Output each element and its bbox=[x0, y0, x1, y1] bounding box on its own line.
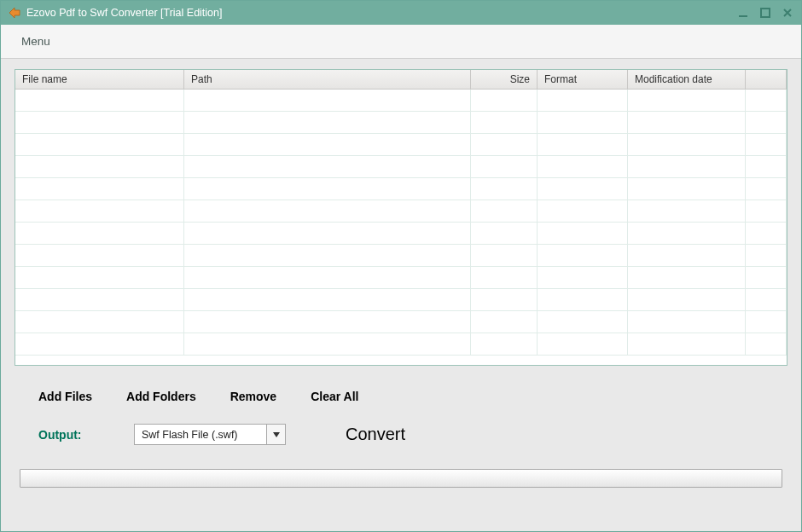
table-row[interactable] bbox=[15, 245, 787, 267]
col-header-moddate[interactable]: Modification date bbox=[628, 70, 746, 89]
table-row[interactable] bbox=[15, 178, 787, 200]
col-header-path[interactable]: Path bbox=[184, 70, 471, 89]
table-row[interactable] bbox=[15, 156, 787, 178]
remove-button[interactable]: Remove bbox=[230, 390, 276, 403]
table-body bbox=[15, 90, 787, 356]
table-row[interactable] bbox=[15, 112, 787, 134]
menubar: Menu bbox=[1, 25, 801, 59]
col-header-format[interactable]: Format bbox=[538, 70, 628, 89]
output-label: Output: bbox=[38, 428, 125, 442]
maximize-button[interactable] bbox=[758, 6, 772, 20]
app-window: Ezovo Pdf to Swf Converter [Trial Editio… bbox=[0, 0, 802, 532]
output-row: Output: Swf Flash File (.swf) Convert bbox=[15, 424, 787, 445]
svg-rect-0 bbox=[739, 15, 747, 17]
table-header-row: File name Path Size Format Modification … bbox=[15, 70, 787, 90]
clear-all-button[interactable]: Clear All bbox=[311, 390, 358, 403]
close-button[interactable] bbox=[781, 6, 794, 20]
col-header-size[interactable]: Size bbox=[471, 70, 538, 89]
add-folders-button[interactable]: Add Folders bbox=[126, 390, 196, 403]
table-row[interactable] bbox=[15, 311, 787, 333]
svg-rect-1 bbox=[761, 9, 770, 17]
window-controls bbox=[736, 6, 794, 20]
actions-row: Add Files Add Folders Remove Clear All bbox=[15, 390, 787, 403]
progress-area bbox=[15, 469, 787, 488]
progress-bar bbox=[20, 469, 782, 488]
window-title: Ezovo Pdf to Swf Converter [Trial Editio… bbox=[26, 7, 736, 19]
table-row[interactable] bbox=[15, 333, 787, 356]
table-row[interactable] bbox=[15, 289, 787, 311]
table-row[interactable] bbox=[15, 223, 787, 245]
table-row[interactable] bbox=[15, 134, 787, 156]
col-header-spacer bbox=[746, 70, 787, 89]
menu-button[interactable]: Menu bbox=[16, 32, 55, 51]
client-area: File name Path Size Format Modification … bbox=[1, 59, 801, 531]
file-table: File name Path Size Format Modification … bbox=[15, 69, 787, 366]
col-header-filename[interactable]: File name bbox=[15, 70, 184, 89]
table-row[interactable] bbox=[15, 200, 787, 223]
add-files-button[interactable]: Add Files bbox=[38, 390, 92, 403]
dropdown-arrow-icon[interactable] bbox=[266, 425, 285, 444]
table-row[interactable] bbox=[15, 90, 787, 112]
output-format-select[interactable]: Swf Flash File (.swf) bbox=[134, 424, 286, 445]
minimize-button[interactable] bbox=[736, 6, 750, 20]
convert-button[interactable]: Convert bbox=[346, 425, 405, 444]
table-row[interactable] bbox=[15, 267, 787, 289]
output-format-value: Swf Flash File (.swf) bbox=[135, 425, 266, 444]
titlebar[interactable]: Ezovo Pdf to Swf Converter [Trial Editio… bbox=[1, 1, 801, 25]
app-icon bbox=[8, 6, 21, 20]
